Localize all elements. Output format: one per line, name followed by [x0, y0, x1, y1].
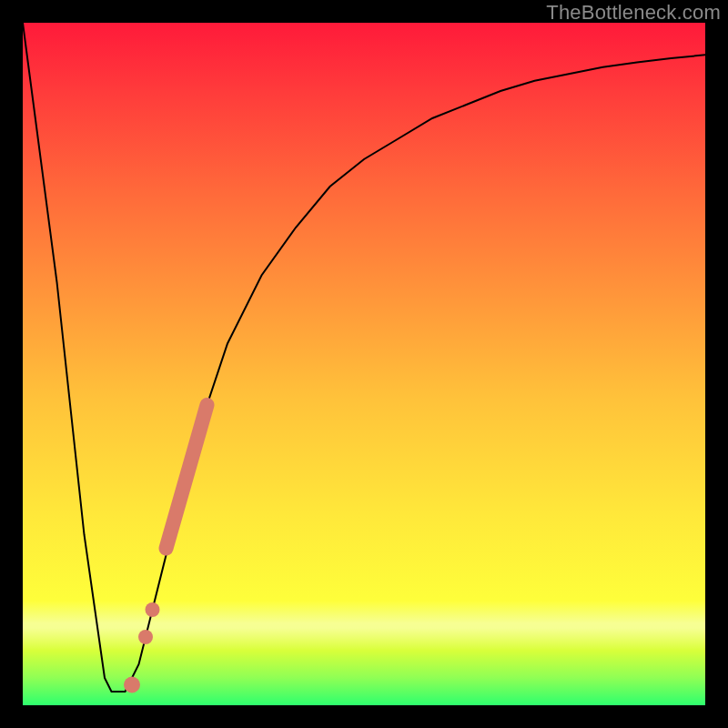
highlight-segment — [167, 405, 207, 549]
highlight-dot — [138, 630, 153, 644]
bottleneck-curve — [23, 23, 705, 692]
plot-area — [23, 23, 705, 705]
watermark-text: TheBottleneck.com — [546, 1, 721, 25]
chart-frame: TheBottleneck.com — [0, 0, 728, 728]
highlight-dot — [146, 602, 160, 617]
highlight-dot — [124, 677, 140, 693]
chart-svg — [23, 23, 705, 705]
